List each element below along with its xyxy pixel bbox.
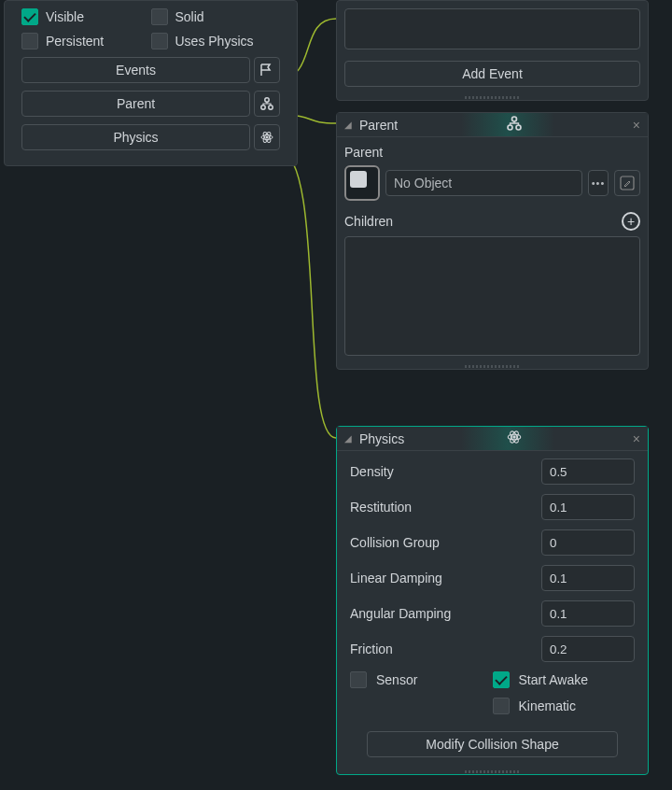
parent-button[interactable]: Parent	[21, 91, 250, 117]
add-child-button[interactable]: +	[622, 212, 640, 231]
svg-point-3	[266, 136, 269, 139]
panel-title: Parent	[359, 118, 398, 133]
friction-input[interactable]	[541, 636, 635, 662]
svg-point-11	[512, 435, 515, 438]
density-input[interactable]	[541, 458, 635, 485]
svg-point-1	[261, 106, 265, 109]
kinematic-label: Kinematic	[519, 698, 576, 713]
events-icon-button[interactable]	[254, 57, 280, 83]
svg-point-7	[511, 117, 516, 121]
uses-physics-checkbox-item: Uses Physics	[151, 33, 281, 49]
sensor-label: Sensor	[376, 672, 417, 687]
svg-point-2	[269, 106, 273, 109]
collapse-arrow-icon[interactable]: ◢	[344, 120, 354, 130]
parent-object-thumbnail[interactable]	[344, 165, 380, 201]
parent-panel-header: ◢ Parent ×	[337, 113, 648, 137]
hierarchy-icon	[259, 96, 274, 111]
children-label: Children	[344, 214, 393, 229]
persistent-checkbox-item: Persistent	[21, 33, 151, 49]
parent-icon-button[interactable]	[254, 91, 280, 117]
events-list-box[interactable]	[344, 8, 640, 49]
parent-field-label: Parent	[344, 145, 640, 160]
visible-checkbox-item: Visible	[21, 8, 151, 25]
density-label: Density	[350, 464, 541, 479]
visible-label: Visible	[46, 9, 84, 24]
resize-grip[interactable]	[337, 769, 648, 774]
collision-group-label: Collision Group	[350, 535, 541, 550]
start-awake-checkbox[interactable]	[493, 671, 510, 688]
svg-point-8	[508, 125, 512, 130]
object-properties-panel: Visible Solid Persistent Uses Physics Ev…	[4, 0, 298, 166]
uses-physics-checkbox[interactable]	[151, 33, 168, 49]
parent-panel: ◢ Parent × Parent No Object ••• Children…	[336, 112, 649, 370]
physics-icon-button[interactable]	[254, 124, 280, 150]
physics-panel: ◢ Physics × Density Restitution Collisio…	[336, 426, 649, 775]
atom-icon	[259, 130, 274, 145]
solid-label: Solid	[175, 9, 204, 24]
friction-label: Friction	[350, 642, 541, 656]
restitution-input[interactable]	[541, 494, 635, 520]
collapse-arrow-icon[interactable]: ◢	[344, 433, 354, 444]
angular-damping-label: Angular Damping	[350, 606, 541, 621]
edit-button[interactable]	[614, 170, 640, 196]
close-button[interactable]: ×	[633, 118, 640, 133]
resize-grip[interactable]	[337, 94, 648, 100]
events-button[interactable]: Events	[21, 57, 250, 83]
browse-button[interactable]: •••	[588, 170, 609, 196]
solid-checkbox[interactable]	[151, 8, 168, 25]
svg-point-0	[265, 98, 269, 102]
persistent-checkbox[interactable]	[21, 33, 38, 49]
kinematic-checkbox[interactable]	[493, 698, 510, 714]
add-event-button[interactable]: Add Event	[344, 61, 640, 87]
parent-object-input[interactable]: No Object	[385, 170, 582, 196]
hierarchy-icon	[506, 115, 523, 134]
collision-group-input[interactable]	[541, 529, 635, 556]
svg-point-9	[516, 125, 521, 130]
visible-checkbox[interactable]	[21, 8, 38, 25]
solid-checkbox-item: Solid	[151, 8, 281, 25]
children-list-box[interactable]	[344, 236, 640, 356]
persistent-label: Persistent	[46, 34, 104, 49]
uses-physics-label: Uses Physics	[175, 34, 254, 49]
pencil-icon	[620, 176, 635, 190]
linear-damping-input[interactable]	[541, 565, 635, 591]
angular-damping-input[interactable]	[541, 600, 635, 627]
sensor-checkbox[interactable]	[350, 671, 367, 688]
modify-collision-shape-button[interactable]: Modify Collision Shape	[367, 731, 618, 757]
linear-damping-label: Linear Damping	[350, 571, 541, 585]
flag-icon	[259, 63, 274, 78]
close-button[interactable]: ×	[633, 431, 640, 446]
start-awake-label: Start Awake	[519, 672, 588, 687]
events-panel: Add Event	[336, 0, 649, 101]
physics-panel-header: ◢ Physics ×	[337, 427, 648, 451]
panel-title: Physics	[359, 431, 404, 446]
resize-grip[interactable]	[337, 363, 648, 369]
restitution-label: Restitution	[350, 500, 541, 515]
physics-button[interactable]: Physics	[21, 124, 250, 150]
atom-icon	[506, 429, 523, 448]
